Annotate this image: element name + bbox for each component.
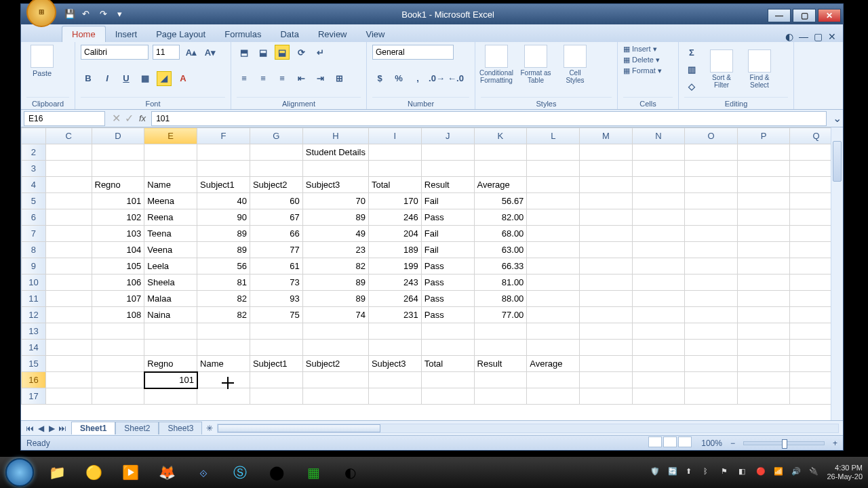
cell-P6[interactable] <box>737 209 790 226</box>
cell-M11[interactable] <box>580 291 633 307</box>
cell-N7[interactable] <box>632 226 685 242</box>
cell-K7[interactable]: 68.00 <box>474 226 527 242</box>
bold-button[interactable]: B <box>81 71 96 86</box>
cell-C15[interactable] <box>45 356 92 372</box>
cell-K15[interactable]: Result <box>474 356 527 372</box>
cell-L9[interactable] <box>527 258 580 274</box>
row-header-2[interactable]: 2 <box>22 144 46 161</box>
tab-page-layout[interactable]: Page Layout <box>146 26 215 42</box>
cell-D3[interactable] <box>92 161 144 177</box>
sheet-tab-1[interactable]: Sheet1 <box>71 422 115 434</box>
cell-styles-button[interactable]: Cell Styles <box>559 45 591 84</box>
chrome-icon[interactable]: 🟡 <box>80 459 107 486</box>
tray-icon[interactable]: ⬆ <box>686 467 696 478</box>
tray-network-icon[interactable]: 📶 <box>774 467 785 478</box>
tray-flag-icon[interactable]: ⚑ <box>721 467 732 478</box>
cell-L5[interactable] <box>527 193 580 209</box>
first-sheet-icon[interactable]: ⏮ <box>25 424 35 433</box>
cell-F10[interactable]: 81 <box>197 274 250 291</box>
zoom-slider[interactable] <box>743 441 825 445</box>
cell-I17[interactable] <box>368 388 421 405</box>
tray-icon[interactable]: ◧ <box>738 467 749 478</box>
zoom-knob[interactable] <box>782 439 787 449</box>
cell-D9[interactable]: 105 <box>92 258 144 274</box>
cell-L14[interactable] <box>527 340 580 356</box>
cell-P14[interactable] <box>737 340 790 356</box>
cell-E14[interactable] <box>144 340 197 356</box>
cell-M17[interactable] <box>580 388 633 405</box>
cell-N12[interactable] <box>632 307 685 323</box>
cell-M12[interactable] <box>580 307 633 323</box>
cell-K14[interactable] <box>474 340 527 356</box>
worksheet-grid[interactable]: CDEFGHIJKLMNOPQ2Student Details34RegnoNa… <box>21 127 843 420</box>
tab-formulas[interactable]: Formulas <box>215 26 271 42</box>
cell-D14[interactable] <box>92 340 144 356</box>
cell-G7[interactable]: 66 <box>250 226 302 242</box>
tab-review[interactable]: Review <box>309 26 357 42</box>
cell-C12[interactable] <box>45 307 92 323</box>
cell-F12[interactable]: 82 <box>197 307 250 323</box>
cell-J15[interactable]: Total <box>421 356 474 372</box>
cell-H16[interactable] <box>302 372 368 388</box>
cell-O8[interactable] <box>685 242 738 258</box>
horizontal-scrollbar[interactable] <box>217 424 839 433</box>
col-header-P[interactable]: P <box>737 128 790 144</box>
cell-I13[interactable] <box>368 323 421 340</box>
scroll-thumb[interactable] <box>833 141 842 182</box>
help-icon[interactable]: ◐ <box>785 31 793 42</box>
col-header-I[interactable]: I <box>368 128 421 144</box>
cell-O15[interactable] <box>685 356 738 372</box>
col-header-C[interactable]: C <box>45 128 92 144</box>
cell-M3[interactable] <box>580 161 633 177</box>
cell-M10[interactable] <box>580 274 633 291</box>
cell-P3[interactable] <box>737 161 790 177</box>
save-icon[interactable]: 💾 <box>64 9 75 20</box>
cell-N10[interactable] <box>632 274 685 291</box>
row-header-3[interactable]: 3 <box>22 161 46 177</box>
cell-O14[interactable] <box>685 340 738 356</box>
tray-icon[interactable]: 🔄 <box>668 467 679 478</box>
cell-N3[interactable] <box>632 161 685 177</box>
col-header-D[interactable]: D <box>92 128 144 144</box>
cell-H13[interactable] <box>302 323 368 340</box>
cell-M5[interactable] <box>580 193 633 209</box>
cell-O13[interactable] <box>685 323 738 340</box>
cell-H3[interactable] <box>302 161 368 177</box>
cell-P15[interactable] <box>737 356 790 372</box>
cell-H9[interactable]: 82 <box>302 258 368 274</box>
cell-N6[interactable] <box>632 209 685 226</box>
undo-icon[interactable]: ↶ <box>82 9 93 20</box>
cell-F11[interactable]: 82 <box>197 291 250 307</box>
cell-E7[interactable]: Teena <box>144 226 197 242</box>
cell-I8[interactable]: 189 <box>368 242 421 258</box>
cell-K8[interactable]: 63.00 <box>474 242 527 258</box>
next-sheet-icon[interactable]: ▶ <box>47 424 56 433</box>
row-header-10[interactable]: 10 <box>22 274 46 291</box>
cell-P5[interactable] <box>737 193 790 209</box>
cell-K3[interactable] <box>474 161 527 177</box>
cell-I3[interactable] <box>368 161 421 177</box>
cell-N8[interactable] <box>632 242 685 258</box>
cell-J10[interactable]: Pass <box>421 274 474 291</box>
skype-icon[interactable]: Ⓢ <box>226 459 254 486</box>
cell-C3[interactable] <box>45 161 92 177</box>
row-header-12[interactable]: 12 <box>22 307 46 323</box>
col-header-E[interactable]: E <box>144 128 197 144</box>
row-header-15[interactable]: 15 <box>22 356 46 372</box>
doc-restore-icon[interactable]: ▢ <box>814 31 823 42</box>
cell-I5[interactable]: 170 <box>368 193 421 209</box>
cell-J2[interactable] <box>421 144 474 161</box>
zoom-level[interactable]: 100% <box>701 439 722 448</box>
cell-E3[interactable] <box>144 161 197 177</box>
cell-L17[interactable] <box>527 388 580 405</box>
cell-M9[interactable] <box>580 258 633 274</box>
cell-L16[interactable] <box>527 372 580 388</box>
cell-G13[interactable] <box>250 323 302 340</box>
cell-K5[interactable]: 56.67 <box>474 193 527 209</box>
cell-I12[interactable]: 231 <box>368 307 421 323</box>
col-header-M[interactable]: M <box>580 128 633 144</box>
cell-E4[interactable]: Name <box>144 177 197 193</box>
cell-N13[interactable] <box>632 323 685 340</box>
firefox-icon[interactable]: 🦊 <box>153 459 180 486</box>
cell-C11[interactable] <box>45 291 92 307</box>
